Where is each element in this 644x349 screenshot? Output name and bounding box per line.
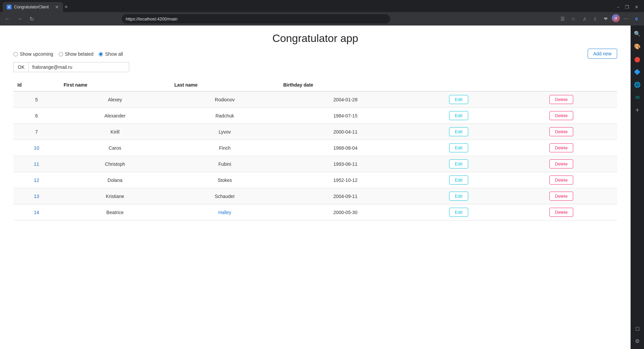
filter-show-upcoming[interactable]: Show upcoming [13, 51, 53, 57]
cell-edit-action: Edit [412, 140, 505, 156]
right-sidebar: 🔍 🎨 ⬤ 🔷 🌐 ✉ + ◻ ⚙ [631, 26, 644, 349]
sidebar-plus-icon[interactable]: + [632, 105, 643, 115]
forward-button[interactable]: → [15, 14, 24, 23]
back-button[interactable]: ← [3, 14, 12, 23]
profile-avatar[interactable]: U [612, 14, 620, 22]
cell-last-name: Rodionov [170, 91, 279, 108]
share-icon[interactable]: ❤ [601, 14, 610, 23]
filter-show-all[interactable]: Show all [99, 51, 123, 57]
table-row: 10 Caros Finch 1968-08-04 Edit Delete [13, 140, 617, 156]
cell-first-name: Kirill [60, 124, 170, 140]
close-button[interactable]: ✕ [635, 4, 639, 10]
sidebar-settings-icon[interactable]: ⚙ [632, 336, 643, 346]
cell-first-name: Caros [60, 140, 170, 156]
cell-delete-action: Delete [505, 140, 617, 156]
cell-delete-action: Delete [505, 156, 617, 172]
edit-button[interactable]: Edit [449, 143, 468, 152]
favorites-bar-icon[interactable]: ♬ [580, 14, 589, 23]
collections-icon[interactable]: ☇ [590, 14, 600, 23]
email-input[interactable] [29, 62, 129, 72]
cell-delete-action: Delete [505, 91, 617, 108]
minimize-button[interactable]: − [617, 4, 620, 10]
radio-show-belated[interactable] [59, 52, 63, 56]
col-header-edit [412, 79, 505, 91]
sidebar-paint-icon[interactable]: 🎨 [632, 41, 643, 52]
radio-show-all[interactable] [99, 52, 103, 56]
data-table: Id First name Last name Birthday date 5 … [13, 79, 617, 220]
radio-show-upcoming[interactable] [13, 52, 18, 56]
cell-birthday: 2004-01-28 [279, 91, 412, 108]
cell-last-name: Finch [170, 140, 279, 156]
cell-id: 13 [13, 188, 60, 204]
browser-body: Congratulator app Show upcoming Show bel… [0, 26, 644, 349]
cell-first-name: Kristiane [60, 188, 170, 204]
cell-first-name: Christoph [60, 156, 170, 172]
cell-delete-action: Delete [505, 108, 617, 124]
filter-all-label: Show all [105, 51, 123, 57]
add-new-button[interactable]: Add new [588, 49, 617, 59]
edit-button[interactable]: Edit [449, 95, 468, 104]
filter-upcoming-label: Show upcoming [20, 51, 53, 57]
sidebar-globe-icon[interactable]: 🌐 [632, 79, 643, 90]
reader-mode-icon[interactable]: ☰ [558, 14, 568, 23]
cell-edit-action: Edit [412, 156, 505, 172]
sidebar-expand-icon[interactable]: ◻ [632, 323, 643, 334]
cell-edit-action: Edit [412, 172, 505, 188]
cell-last-name: Lyvov [170, 124, 279, 140]
delete-button[interactable]: Delete [549, 95, 574, 104]
cell-delete-action: Delete [505, 204, 617, 220]
cell-last-name: Schauder [170, 188, 279, 204]
cell-delete-action: Delete [505, 172, 617, 188]
sidebar-search-icon[interactable]: 🔍 [632, 28, 643, 39]
cell-birthday: 2000-04-11 [279, 124, 412, 140]
address-input[interactable] [122, 14, 390, 23]
delete-button[interactable]: Delete [549, 127, 574, 136]
delete-button[interactable]: Delete [549, 176, 574, 185]
cell-birthday: 1968-08-04 [279, 140, 412, 156]
cell-birthday: 1993-06-11 [279, 156, 412, 172]
more-options-icon[interactable]: ⋯ [621, 14, 631, 23]
table-row: 13 Kristiane Schauder 2004-09-11 Edit De… [13, 188, 617, 204]
table-header-row: Id First name Last name Birthday date [13, 79, 617, 91]
cell-first-name: Beatrice [60, 204, 170, 220]
table-row: 6 Alexander Radchuk 1984-07-15 Edit Dele… [13, 108, 617, 124]
col-header-first-name: First name [60, 79, 170, 91]
cell-id: 7 [13, 124, 60, 140]
ok-button[interactable]: OK [13, 62, 29, 72]
cell-delete-action: Delete [505, 188, 617, 204]
edit-button[interactable]: Edit [449, 111, 468, 120]
favorites-icon[interactable]: ☆ [569, 14, 578, 23]
sidebar-share-icon[interactable]: ✉ [632, 92, 643, 103]
tab-bar: A CongratulatorClient ✕ + − ❐ ✕ [0, 0, 644, 12]
cell-birthday: 1984-07-15 [279, 108, 412, 124]
table-row: 12 Dolana Stokes 1952-10-12 Edit Delete [13, 172, 617, 188]
edit-button[interactable]: Edit [449, 176, 468, 185]
edit-button[interactable]: Edit [449, 159, 468, 168]
table-row: 11 Christoph Fubini 1993-06-11 Edit Dele… [13, 156, 617, 172]
delete-button[interactable]: Delete [549, 111, 574, 120]
delete-button[interactable]: Delete [549, 208, 574, 217]
cell-first-name: Alexey [60, 91, 170, 108]
delete-button[interactable]: Delete [549, 192, 574, 201]
sidebar-red-icon[interactable]: ⬤ [632, 54, 643, 64]
cell-edit-action: Edit [412, 204, 505, 220]
delete-button[interactable]: Delete [549, 143, 574, 152]
col-header-delete [505, 79, 617, 91]
edit-button[interactable]: Edit [449, 127, 468, 136]
cell-id: 10 [13, 140, 60, 156]
page-content: Congratulator app Show upcoming Show bel… [0, 26, 631, 349]
cell-birthday: 2000-05-30 [279, 204, 412, 220]
sidebar-purple-icon[interactable]: 🔷 [632, 66, 643, 77]
edit-button[interactable]: Edit [449, 192, 468, 201]
edit-button[interactable]: Edit [449, 208, 468, 217]
cell-id: 12 [13, 172, 60, 188]
email-row: OK [13, 62, 617, 72]
maximize-button[interactable]: ❐ [625, 4, 629, 10]
browser-tab[interactable]: A CongratulatorClient ✕ [3, 2, 63, 12]
filter-show-belated[interactable]: Show belated [59, 51, 94, 57]
refresh-button[interactable]: ↻ [27, 14, 36, 23]
table-row: 7 Kirill Lyvov 2000-04-11 Edit Delete [13, 124, 617, 140]
tab-close-icon[interactable]: ✕ [55, 5, 59, 9]
delete-button[interactable]: Delete [549, 159, 574, 168]
new-tab-button[interactable]: + [64, 4, 68, 11]
